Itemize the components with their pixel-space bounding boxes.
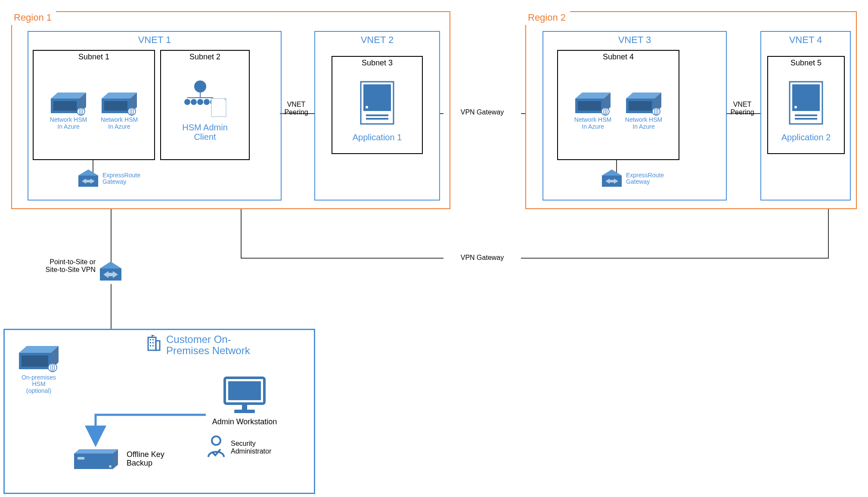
svg-rect-74 <box>152 342 154 343</box>
svg-rect-63 <box>795 114 817 116</box>
hsm-icon <box>100 91 139 116</box>
svg-point-90 <box>212 436 220 445</box>
subnet-2-title: Subnet 2 <box>161 51 249 62</box>
svg-rect-64 <box>795 118 817 120</box>
app-1-label: Application 1 <box>353 130 402 142</box>
hsm-label: Network HSM In Azure <box>101 117 138 130</box>
gateway-icon <box>77 168 100 188</box>
admin-ws-label: Admin Workstation <box>206 416 283 426</box>
svg-marker-91 <box>74 449 118 454</box>
app-2-label: Application 2 <box>781 130 831 142</box>
expressroute-gateway-1: ExpressRoute Gateway <box>77 168 140 188</box>
hsm-c: Network HSM In Azure <box>569 91 617 130</box>
person-icon <box>206 435 226 460</box>
vpn-gateway-label-2: VPN Gateway <box>443 253 521 262</box>
expressroute-label: ExpressRoute Gateway <box>102 172 140 185</box>
svg-rect-76 <box>152 345 154 346</box>
svg-rect-29 <box>211 99 226 117</box>
svg-marker-66 <box>100 262 121 269</box>
hsm-icon <box>624 91 663 116</box>
svg-point-27 <box>204 99 210 105</box>
svg-point-25 <box>191 99 197 105</box>
on-prem-title: Customer On- Premises Network <box>166 334 250 357</box>
p2s-vpn-label: Point-to-Site or Site-to-Site VPN <box>18 258 96 273</box>
application-icon <box>358 79 396 127</box>
svg-rect-70 <box>156 341 160 350</box>
svg-rect-89 <box>234 410 255 413</box>
on-prem-hsm-label: On-premises HSM (optional) <box>13 374 65 394</box>
svg-rect-40 <box>366 118 388 120</box>
admin-workstation: Admin Workstation <box>206 374 283 426</box>
svg-rect-10 <box>53 101 77 111</box>
svg-rect-17 <box>104 101 127 111</box>
on-prem-title-block: Customer On- Premises Network <box>146 334 250 357</box>
svg-point-24 <box>184 99 190 105</box>
gateway-icon <box>98 260 123 282</box>
subnet-3: Subnet 3 Application 1 <box>332 56 423 154</box>
building-icon <box>146 334 161 351</box>
backup-device-icon <box>72 448 120 471</box>
hsm-icon <box>574 91 612 116</box>
on-prem-hsm: On-premises HSM (optional) <box>13 344 65 394</box>
svg-rect-93 <box>74 454 113 469</box>
subnet-5: Subnet 5 Application 2 <box>767 56 845 154</box>
svg-point-38 <box>366 106 368 108</box>
offline-key-backup: Offline Key Backup <box>72 448 164 471</box>
vnet-1-title: VNET 1 <box>28 32 281 46</box>
hsm-a: Network HSM In Azure <box>45 91 92 130</box>
load-balancer-icon <box>181 80 229 118</box>
expressroute-label: ExpressRoute Gateway <box>626 172 664 185</box>
svg-marker-78 <box>152 335 155 336</box>
svg-rect-88 <box>242 404 247 410</box>
vnet-2-title: VNET 2 <box>315 32 439 46</box>
subnet-2: Subnet 2 HSM Admin Client <box>160 50 250 160</box>
hsm-d: Network HSM In Azure <box>620 91 667 130</box>
hsm-icon <box>17 344 60 372</box>
svg-rect-94 <box>78 457 84 460</box>
subnet-4: Subnet 4 Network HSM In Azure <box>557 50 679 160</box>
subnet-1-title: Subnet 1 <box>34 51 154 62</box>
subnet-3-title: Subnet 3 <box>332 57 422 68</box>
svg-rect-75 <box>150 345 151 346</box>
hsm-label: Network HSM In Azure <box>625 117 662 130</box>
hsm-label: Network HSM In Azure <box>574 117 611 130</box>
subnet-5-title: Subnet 5 <box>768 57 844 68</box>
svg-rect-44 <box>578 101 601 111</box>
svg-rect-82 <box>22 355 48 367</box>
security-admin-label: Security Administrator <box>231 440 271 455</box>
svg-rect-71 <box>150 339 151 340</box>
svg-rect-73 <box>150 342 151 343</box>
svg-point-26 <box>197 99 203 105</box>
svg-rect-51 <box>629 101 652 111</box>
offline-backup-label: Offline Key Backup <box>127 451 164 468</box>
svg-marker-57 <box>602 170 622 176</box>
expressroute-gateway-2: ExpressRoute Gateway <box>600 168 664 188</box>
svg-rect-87 <box>228 381 261 400</box>
vnet-4-title: VNET 4 <box>761 32 850 46</box>
diagram-canvas: VNET Peering VNET Peering VPN Gateway VP… <box>0 0 868 497</box>
vpn-gateway-label-1: VPN Gateway <box>443 108 521 117</box>
hsm-b: Network HSM In Azure <box>96 91 143 130</box>
svg-point-95 <box>109 465 112 468</box>
svg-rect-39 <box>366 114 388 116</box>
svg-point-21 <box>194 80 206 93</box>
monitor-icon <box>219 374 270 416</box>
svg-marker-33 <box>78 170 98 176</box>
subnet-4-title: Subnet 4 <box>558 51 679 62</box>
region-2-label: Region 2 <box>525 11 570 25</box>
region-1-label: Region 1 <box>11 11 56 25</box>
gateway-icon <box>600 168 623 188</box>
hsm-icon <box>49 91 88 116</box>
svg-rect-72 <box>152 339 154 340</box>
security-admin: Security Administrator <box>206 435 271 460</box>
svg-point-62 <box>794 106 797 108</box>
p2s-vpn-gateway <box>98 260 123 284</box>
vnet-3-title: VNET 3 <box>543 32 726 46</box>
subnet-1: Subnet 1 Network HSM In Azure <box>33 50 155 160</box>
svg-rect-69 <box>148 337 156 350</box>
hsm-label: Network HSM In Azure <box>50 117 87 130</box>
admin-client-label: HSM Admin Client <box>182 120 228 142</box>
application-icon <box>787 79 825 127</box>
